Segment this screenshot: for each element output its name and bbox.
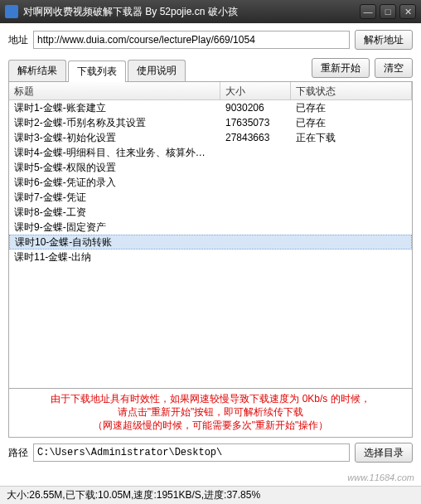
cell-status [291,211,412,213]
cell-size [220,167,291,168]
cell-title: 课时8-金蝶-工资 [9,205,220,220]
cell-title: 课时6-金蝶-凭证的录入 [9,175,220,191]
cell-status: 正在下载 [291,130,412,146]
warning-panel: 由于下载地址具有时效性，如果网速较慢导致下载速度为 0Kb/s 的时候， 请点击… [8,389,413,438]
table-row[interactable]: 课时3-金蝶-初始化设置27843663正在下载 [9,130,412,145]
path-row: 路径 选择目录 [8,438,413,466]
cell-size [220,152,291,153]
cell-status [291,226,412,228]
table-header: 标题 大小 下载状态 [9,82,412,100]
tab-1[interactable]: 下载列表 [68,61,126,82]
parse-url-button[interactable]: 解析地址 [355,30,413,50]
cell-title: 课时10-金蝶-自动转账 [10,235,221,250]
cell-title: 课时9-金蝶-固定资产 [9,220,220,235]
status-bar: 大小:26.55M,已下载:10.05M,速度:1951KB/S,进度:37.8… [0,486,421,504]
tabs-right-buttons: 重新开始 清空 [312,58,413,81]
cell-status [291,152,412,153]
minimize-button[interactable]: — [360,4,376,19]
cell-title: 课时7-金蝶-凭证 [9,190,220,206]
cell-status [291,196,412,198]
watermark: www.11684.com [347,472,414,482]
cell-size [220,182,291,183]
cell-size [220,226,291,228]
maximize-button[interactable]: □ [380,4,396,19]
tab-0[interactable]: 解析结果 [8,60,66,81]
table-row[interactable]: 课时7-金蝶-凭证 [9,190,412,205]
cell-title: 课时5-金蝶-权限的设置 [9,160,220,176]
table-row[interactable]: 课时10-金蝶-自动转账 [9,235,412,250]
cell-title: 课时1-金蝶-账套建立 [9,100,220,116]
cell-title: 课时11-金蝶-出纳 [9,250,220,265]
cell-size [220,256,291,258]
restart-button[interactable]: 重新开始 [312,58,370,78]
path-label: 路径 [8,446,28,460]
cell-title: 课时2-金蝶-币别名称及其设置 [9,115,220,131]
path-input[interactable] [33,443,350,462]
clear-button[interactable]: 清空 [375,58,413,78]
url-input[interactable] [33,31,350,49]
table-row[interactable]: 课时5-金蝶-权限的设置 [9,160,412,175]
col-title-header[interactable]: 标题 [9,82,220,99]
close-button[interactable]: ✕ [399,4,416,19]
window-controls: — □ ✕ [360,4,416,19]
window-title: 对啊网收费视频破解下载器 By 52pojie.cn 破小孩 [23,5,360,19]
cell-status [291,182,412,183]
cell-size [220,211,291,213]
cell-size: 27843663 [220,131,291,144]
warning-line: 请点击"重新开始"按钮，即可解析续传下载 [14,405,407,419]
cell-size [221,241,292,243]
cell-status [291,256,412,258]
table-body[interactable]: 课时1-金蝶-账套建立9030206已存在课时2-金蝶-币别名称及其设置1763… [9,100,412,388]
col-status-header[interactable]: 下载状态 [291,82,412,99]
table-row[interactable]: 课时1-金蝶-账套建立9030206已存在 [9,100,412,115]
cell-title: 课时3-金蝶-初始化设置 [9,130,220,146]
cell-status [291,167,412,168]
cell-status [292,241,411,243]
cell-title: 课时4-金蝶-明细科目、往来业务、核算外… [9,145,220,161]
cell-size: 9030206 [220,101,291,114]
warning-line: （网速超级慢的时候，可能需要多次"重新开始"操作） [14,419,407,432]
table-row[interactable]: 课时4-金蝶-明细科目、往来业务、核算外… [9,145,412,160]
cell-status: 已存在 [291,100,412,116]
url-label: 地址 [8,33,28,47]
col-size-header[interactable]: 大小 [220,82,291,99]
app-icon [5,5,18,18]
table-row[interactable]: 课时8-金蝶-工资 [9,205,412,220]
cell-size: 17635073 [220,116,291,129]
table-row[interactable]: 课时6-金蝶-凭证的录入 [9,175,412,190]
status-text: 大小:26.55M,已下载:10.05M,速度:1951KB/S,进度:37.8… [7,488,260,502]
tabs: 解析结果下载列表使用说明 重新开始 清空 [8,58,413,82]
cell-size [220,196,291,198]
warning-line: 由于下载地址具有时效性，如果网速较慢导致下载速度为 0Kb/s 的时候， [14,392,407,405]
download-table: 标题 大小 下载状态 课时1-金蝶-账套建立9030206已存在课时2-金蝶-币… [8,82,413,389]
table-row[interactable]: 课时11-金蝶-出纳 [9,250,412,264]
table-row[interactable]: 课时9-金蝶-固定资产 [9,220,412,235]
tab-2[interactable]: 使用说明 [128,60,186,81]
choose-dir-button[interactable]: 选择目录 [355,443,413,463]
url-row: 地址 解析地址 [8,30,413,50]
title-bar: 对啊网收费视频破解下载器 By 52pojie.cn 破小孩 — □ ✕ [0,0,421,23]
cell-status: 已存在 [291,115,412,131]
table-row[interactable]: 课时2-金蝶-币别名称及其设置17635073已存在 [9,115,412,130]
